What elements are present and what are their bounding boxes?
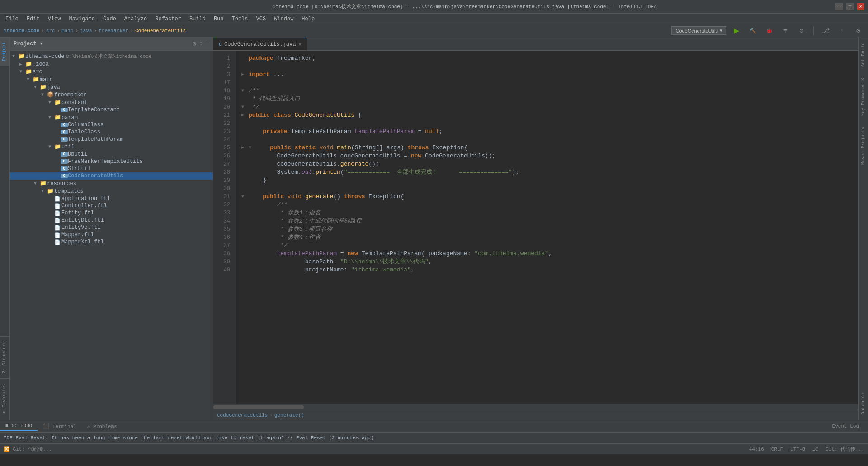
tree-item[interactable]: CColumnClass (10, 121, 213, 128)
maximize-button[interactable]: □ (846, 3, 854, 10)
line-ending-indicator[interactable]: CRLF (771, 447, 783, 452)
minimize-button[interactable]: — (835, 3, 843, 10)
tree-item[interactable]: CCodeGenerateUtils (10, 172, 213, 180)
tree-item[interactable]: CTableClass (10, 128, 213, 136)
tree-item[interactable]: CTemplatePathParam (10, 136, 213, 143)
tree-item[interactable]: ▼📁util (10, 143, 213, 151)
fold-arrow-icon[interactable]: ▼ (241, 103, 248, 111)
menu-item-edit[interactable]: Edit (23, 15, 43, 23)
tree-item[interactable]: ▼📁resources (10, 180, 213, 187)
problems-tab[interactable]: ⚠ Problems (82, 422, 123, 431)
menu-item-tools[interactable]: Tools (228, 15, 252, 23)
fold-arrow-icon[interactable]: ▶ (241, 144, 248, 152)
structure-tab[interactable]: 2: Structure (0, 336, 9, 378)
favorites-tab[interactable]: ★ Favorites (0, 378, 9, 420)
line-column-indicator[interactable]: 44:16 (749, 447, 764, 452)
menu-item-navigate[interactable]: Navigate (65, 15, 99, 23)
breadcrumb-java[interactable]: java (80, 28, 92, 33)
profile-button[interactable]: ⊙ (795, 24, 808, 37)
database-tab[interactable]: Database (860, 389, 867, 418)
breadcrumb-src[interactable]: src (46, 28, 55, 33)
tree-item[interactable]: ▼📁param (10, 114, 213, 121)
tree-item[interactable]: ▼📁templates (10, 187, 213, 195)
coverage-button[interactable]: ☂ (779, 24, 792, 37)
event-log-tab[interactable]: Event Log (827, 422, 864, 431)
close-button[interactable]: ✕ (857, 3, 864, 10)
ant-build-tab[interactable]: Ant Build (860, 39, 867, 71)
tree-item[interactable]: ▼📁java (10, 83, 213, 91)
terminal-tab[interactable]: ⬛ Terminal (38, 422, 81, 431)
menu-item-run[interactable]: Run (210, 15, 227, 23)
menu-item-help[interactable]: Help (298, 15, 318, 23)
fold-arrow2-icon[interactable]: ▼ (249, 144, 255, 152)
menu-item-analyze[interactable]: Analyze (121, 15, 151, 23)
breadcrumb-file[interactable]: CodeGenerateUtils (135, 28, 186, 33)
tree-item[interactable]: CFreeMarkerTemplateUtils (10, 158, 213, 165)
tree-item[interactable]: CDbUtil (10, 151, 213, 158)
fold-arrow-icon[interactable]: ▶ (241, 111, 248, 119)
extra-info[interactable]: Git: 代码传... (826, 446, 864, 452)
tree-item[interactable]: 📄Mapper.ftl (10, 231, 213, 238)
settings-button[interactable]: ⚙ (852, 24, 864, 37)
window-controls[interactable]: — □ ✕ (835, 3, 864, 10)
build-button[interactable]: 🔨 (746, 24, 759, 37)
editor-content[interactable]: 1231718192021222324252627282930313233343… (213, 51, 858, 404)
code-line: */ (241, 242, 853, 250)
tree-item[interactable]: ▼📁itheima-codeD:\heima\技术文章\itheima-code (10, 52, 213, 60)
ftl-icon: 📄 (53, 218, 61, 223)
menu-item-file[interactable]: File (2, 15, 22, 23)
maven-projects-tab[interactable]: Maven Projects (860, 123, 867, 168)
menu-item-vcs[interactable]: VCS (253, 15, 270, 23)
tree-item[interactable]: 📄MapperXml.ftl (10, 238, 213, 246)
menu-item-refactor[interactable]: Refactor (151, 15, 185, 23)
fold-arrow-icon[interactable]: ▶ (241, 71, 248, 79)
code-area[interactable]: package freemarker;▶import ...▼/** * 代码生… (236, 51, 858, 404)
run-config-selector[interactable]: CodeGenerateUtils ▾ (671, 26, 726, 35)
code-line: projectName: "itheima-wemedia", (241, 266, 853, 274)
menu-item-window[interactable]: Window (270, 15, 297, 23)
chevron-down-icon: ▾ (720, 28, 722, 33)
encoding-indicator[interactable]: UTF-8 (790, 447, 805, 452)
fold-arrow-icon[interactable]: ▼ (241, 87, 248, 95)
debug-button[interactable]: 🐞 (763, 24, 775, 37)
fold-arrow-icon[interactable]: ▼ (241, 193, 248, 201)
breadcrumb-project[interactable]: itheima-code (4, 28, 39, 33)
vcs-push-button[interactable]: ↑ (835, 24, 848, 37)
tree-item[interactable]: ▼📁main (10, 76, 213, 83)
tree-item[interactable]: 📄Controller.ftl (10, 202, 213, 209)
expand-all-icon[interactable]: ↕ (199, 40, 203, 48)
menu-item-code[interactable]: Code (99, 15, 120, 23)
menu-item-view[interactable]: View (44, 15, 65, 23)
tree-item[interactable]: 📄Entity.ftl (10, 209, 213, 217)
bc-bottom-class[interactable]: CodeGenerateUtils (217, 413, 268, 418)
code-content: templatePathParam = new TemplatePathPara… (249, 250, 552, 258)
tree-item[interactable]: CTemplateConstant (10, 106, 213, 114)
vcs-button[interactable]: ⎇ (819, 24, 832, 37)
menu-item-build[interactable]: Build (186, 15, 209, 23)
line-number: 24 (215, 136, 234, 144)
tab-close-icon[interactable]: ✕ (298, 42, 301, 47)
tree-item[interactable]: ▼📁constant (10, 99, 213, 106)
tree-item[interactable]: 📄EntityVo.ftl (10, 224, 213, 231)
breadcrumb-sep5: › (130, 28, 133, 33)
tree-item[interactable]: 📄application.ftl (10, 195, 213, 202)
git-info[interactable]: Git: 代码传... (13, 447, 52, 452)
project-tab[interactable]: Project (0, 37, 9, 66)
key-promoter-tab[interactable]: Key Promoter X (860, 74, 867, 119)
settings-icon[interactable]: ⚙ (193, 40, 196, 48)
tree-item[interactable]: CStrUtil (10, 165, 213, 172)
breadcrumb-freemarker[interactable]: freemarker (99, 28, 128, 33)
tree-item[interactable]: ▶📁.idea (10, 60, 213, 68)
editor-tab-codegenerateutils[interactable]: C CodeGenerateUtils.java ✕ (213, 38, 307, 50)
tree-item[interactable]: ▼📦freemarker (10, 91, 213, 99)
tree-item[interactable]: 📄EntityDto.ftl (10, 217, 213, 224)
code-content: * 参数2：生成代码的基础路径 (249, 217, 362, 225)
tree-item-name: Controller.ftl (61, 203, 107, 209)
collapse-icon[interactable]: − (206, 40, 209, 48)
todo-tab[interactable]: ≡ 6: TODO (0, 421, 38, 431)
bc-bottom-method[interactable]: generate() (274, 413, 304, 418)
breadcrumb-main[interactable]: main (61, 28, 73, 33)
horizontal-scrollbar[interactable] (213, 404, 858, 410)
run-button[interactable]: ▶ (730, 24, 743, 37)
tree-item[interactable]: ▼📁src (10, 68, 213, 76)
